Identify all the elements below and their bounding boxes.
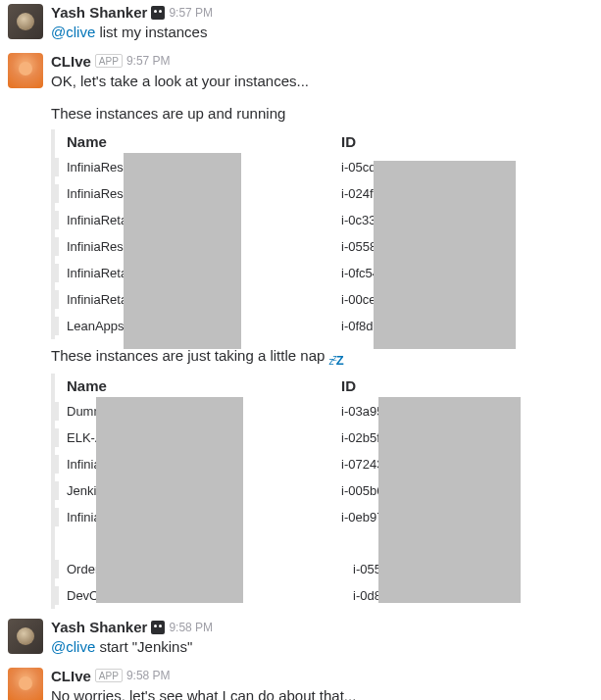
redaction-block [124, 153, 241, 349]
app-badge: APP [95, 669, 123, 682]
message-text: OK, let's take a look at your instances.… [51, 71, 593, 93]
column-header-name: Name [67, 133, 341, 150]
avatar[interactable] [8, 53, 43, 88]
message: Yash Shanker 9:58 PM @clive start "Jenki… [0, 615, 601, 664]
section-heading: These instances are up and running [51, 103, 593, 125]
sender-name[interactable]: CLIve [51, 668, 91, 684]
message-text: @clive list my instances [51, 22, 593, 44]
timestamp[interactable]: 9:58 PM [169, 621, 213, 634]
message-text: No worries, let's see what I can do abou… [51, 685, 593, 701]
message-text: @clive start "Jenkins" [51, 636, 593, 659]
sender-name[interactable]: Yash Shanker [51, 619, 147, 635]
instances-napping-table: Name ID DummyTi-03a958ELK-AWi-02b5f8Infi… [51, 374, 593, 609]
app-badge: APP [95, 54, 123, 68]
instances-running-table: Name ID InfiniaResi-05cd5InfiniaResi-024… [51, 129, 593, 339]
column-header-id: ID [341, 133, 593, 150]
avatar[interactable] [8, 619, 43, 654]
redaction-block [96, 397, 243, 603]
timestamp[interactable]: 9:58 PM [126, 669, 171, 682]
robot-icon [151, 621, 165, 634]
message: CLIve APP 9:57 PM OK, let's take a look … [0, 49, 601, 616]
sender-name[interactable]: Yash Shanker [51, 4, 147, 21]
user-mention[interactable]: @clive [51, 24, 95, 40]
robot-icon [151, 6, 165, 20]
message: Yash Shanker 9:57 PM @clive list my inst… [0, 0, 601, 49]
timestamp[interactable]: 9:57 PM [126, 54, 171, 68]
redaction-block [374, 161, 516, 349]
sender-name[interactable]: CLIve [51, 53, 91, 70]
sleeping-icon: zzZ [329, 356, 343, 367]
column-header-id: ID [341, 377, 593, 394]
timestamp[interactable]: 9:57 PM [169, 6, 213, 20]
user-mention[interactable]: @clive [51, 638, 95, 655]
redaction-block [378, 397, 521, 603]
avatar[interactable] [8, 668, 43, 701]
message: CLIve APP 9:58 PM No worries, let's see … [0, 664, 601, 701]
avatar[interactable] [8, 4, 43, 39]
column-header-name: Name [67, 377, 341, 394]
